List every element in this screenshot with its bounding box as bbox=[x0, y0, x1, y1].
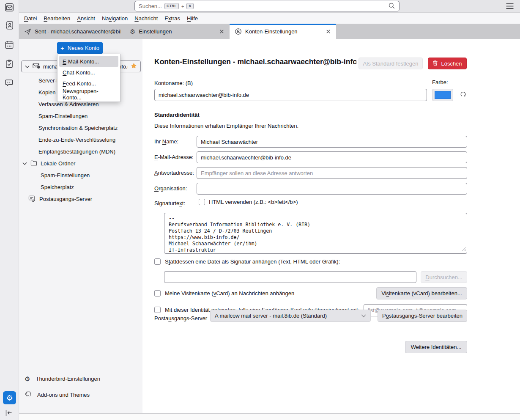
folder-icon bbox=[30, 160, 37, 167]
tab-label: Sent - michael.schaarwaechter@bib-inf bbox=[35, 28, 120, 35]
sidebar-item-local-spam[interactable]: Spam-Einstellungen bbox=[19, 170, 142, 180]
search-placeholder: Suchen... bbox=[139, 3, 162, 9]
edit-vcard-button[interactable]: Visitenkarte (vCard) bearbeiten... bbox=[376, 287, 467, 299]
unified-toolbar: Suchen... CTRL + K bbox=[19, 0, 520, 13]
shortcut-k-badge: K bbox=[186, 3, 194, 10]
outgoing-server-label: Postausgangs-Server bbox=[154, 315, 207, 321]
signature-textarea[interactable]: -- Berufsverband Information Bibliothek … bbox=[164, 213, 467, 254]
tab-label: Einstellungen bbox=[139, 28, 214, 35]
name-input[interactable] bbox=[197, 136, 467, 148]
thunderbird-window: ⚙ Suchen... CTRL + K Datei Bearbeiten An… bbox=[0, 0, 520, 420]
send-icon bbox=[24, 28, 31, 35]
sidebar-item-empfangsbestaetigungen[interactable]: Empfangsbestätigungen (MDN) bbox=[19, 146, 142, 156]
default-account-star-icon bbox=[131, 63, 137, 70]
identity-description: Diese Informationen erhalten Empfänger I… bbox=[154, 123, 298, 129]
signature-textarea-wrap: -- Berufsverband Information Bibliothek … bbox=[164, 213, 467, 254]
color-label: Farbe: bbox=[432, 79, 448, 85]
name-label: Ihr Name: bbox=[154, 138, 178, 145]
spaces-toolbar: ⚙ bbox=[0, 0, 19, 420]
menu-ansicht[interactable]: Ansicht bbox=[74, 14, 99, 23]
reply-identity-checkbox[interactable] bbox=[154, 307, 161, 313]
delete-account-button[interactable]: Löschen bbox=[428, 58, 467, 69]
organization-input[interactable] bbox=[197, 183, 467, 195]
chevron-down-icon bbox=[361, 313, 366, 319]
resize-grip-icon[interactable] bbox=[462, 246, 466, 253]
reset-color-icon[interactable] bbox=[460, 91, 467, 99]
sidebar-item-addons-themes[interactable]: Add-ons und Themes bbox=[19, 390, 142, 400]
menu-datei[interactable]: Datei bbox=[21, 14, 40, 23]
account-settings-panel: Konten-Einstellungen - michael.schaarwae… bbox=[142, 39, 520, 413]
menu-item-feed-account[interactable]: Feed-Konto... bbox=[59, 78, 118, 89]
signature-label: Signaturtext: bbox=[154, 200, 185, 206]
account-icon bbox=[235, 28, 242, 35]
menu-item-newsgroup-account[interactable]: Newsgruppen-Konto... bbox=[59, 89, 118, 100]
shortcut-plus: + bbox=[181, 4, 184, 9]
sidebar-item-spam-einstellungen[interactable]: Spam-Einstellungen bbox=[19, 111, 142, 121]
html-signature-checkbox[interactable] bbox=[199, 199, 205, 205]
close-icon[interactable] bbox=[324, 27, 332, 35]
outgoing-server-select[interactable]: A mailcow mail server - mail.8ib.de (Sta… bbox=[210, 310, 371, 322]
browse-button[interactable]: Durchsuchen... bbox=[421, 271, 467, 283]
tab-label: Konten-Einstellungen bbox=[245, 28, 321, 35]
sidebar-item-thunderbird-einstellungen[interactable]: ⚙ Thunderbird-Einstellungen bbox=[19, 373, 142, 384]
tab-bar: Sent - michael.schaarwaechter@bib-inf ⚙ … bbox=[19, 24, 520, 39]
calendar-space-icon[interactable] bbox=[3, 39, 15, 51]
status-bar bbox=[19, 413, 520, 420]
vcard-label[interactable]: Meine Visitenkarte (vCard) an Nachrichte… bbox=[165, 290, 294, 296]
sidebar-item-postausgangs-server[interactable]: Postausgangs-Server bbox=[19, 194, 142, 204]
address-book-space-icon[interactable] bbox=[3, 19, 15, 31]
chat-space-icon[interactable] bbox=[3, 77, 15, 89]
menu-item-email-account[interactable]: E-Mail-Konto... bbox=[59, 56, 118, 67]
reply-to-label: Antwortadresse: bbox=[154, 170, 194, 176]
tasks-space-icon[interactable] bbox=[3, 58, 15, 70]
sidebar-item-lokale-ordner[interactable]: Lokale Ordner bbox=[19, 158, 142, 168]
mail-space-icon[interactable] bbox=[3, 2, 15, 14]
edit-outgoing-server-button[interactable]: Postausgangs-Server bearbeiten bbox=[378, 310, 467, 322]
menu-bearbeiten[interactable]: Bearbeiten bbox=[40, 14, 74, 23]
email-input[interactable] bbox=[197, 151, 467, 163]
tab-konten-einstellungen[interactable]: Konten-Einstellungen bbox=[230, 24, 336, 39]
menu-item-chat-account[interactable]: Chat-Konto... bbox=[59, 67, 118, 78]
settings-space-active-icon[interactable]: ⚙ bbox=[3, 391, 16, 404]
puzzle-icon bbox=[25, 390, 32, 399]
search-icon bbox=[388, 2, 395, 11]
html-signature-label[interactable]: HTML verwenden (z.B.: <b>fett</b>) bbox=[209, 199, 298, 205]
account-mail-icon bbox=[33, 63, 40, 70]
email-label: E-Mail-Adresse: bbox=[154, 154, 193, 160]
signature-file-label[interactable]: Stattdessen eine Datei als Signatur anhä… bbox=[165, 258, 340, 265]
gear-icon: ⚙ bbox=[25, 376, 30, 382]
account-name-input[interactable] bbox=[154, 89, 427, 101]
trash-icon bbox=[432, 60, 438, 67]
color-chip bbox=[435, 91, 451, 99]
signature-file-checkbox[interactable] bbox=[154, 258, 161, 265]
new-account-button[interactable]: + Neues Konto bbox=[57, 42, 103, 54]
shortcut-ctrl-badge: CTRL bbox=[164, 3, 179, 10]
sidebar-item-ende-zu-ende[interactable]: Ende-zu-Ende-Verschlüsselung bbox=[19, 135, 142, 145]
tab-sent[interactable]: Sent - michael.schaarwaechter@bib-inf bbox=[19, 24, 125, 39]
signature-file-input[interactable] bbox=[164, 271, 416, 283]
outgoing-server-icon bbox=[28, 195, 36, 203]
account-name-label: Kontoname: (B) bbox=[154, 80, 193, 86]
new-account-menu: E-Mail-Konto... Chat-Konto... Feed-Konto… bbox=[57, 54, 120, 102]
set-default-button[interactable]: Als Standard festlegen bbox=[359, 58, 423, 69]
chevron-down-icon[interactable] bbox=[22, 160, 27, 167]
menu-extras[interactable]: Extras bbox=[161, 14, 183, 23]
reply-to-input[interactable] bbox=[197, 167, 467, 179]
global-search-input[interactable]: Suchen... CTRL + K bbox=[134, 1, 400, 11]
sidebar-item-local-speicherplatz[interactable]: Speicherplatz bbox=[19, 182, 142, 192]
plus-icon: + bbox=[60, 45, 64, 51]
vcard-checkbox[interactable] bbox=[154, 290, 161, 296]
page-title: Konten-Einstellungen - michael.schaarwae… bbox=[154, 58, 356, 66]
close-icon[interactable] bbox=[218, 27, 225, 35]
menu-hilfe[interactable]: Hilfe bbox=[183, 14, 201, 23]
collapse-spaces-icon[interactable] bbox=[3, 407, 15, 418]
sidebar-item-synchronisation[interactable]: Synchronisation & Speicherplatz bbox=[19, 123, 142, 133]
app-menu-icon[interactable] bbox=[505, 1, 515, 11]
menu-navigation[interactable]: Navigation bbox=[99, 14, 131, 23]
gear-icon: ⚙ bbox=[130, 28, 135, 35]
more-identities-button[interactable]: Weitere Identitäten... bbox=[405, 341, 467, 353]
chevron-down-icon[interactable] bbox=[25, 63, 30, 70]
tab-einstellungen[interactable]: ⚙ Einstellungen bbox=[125, 24, 230, 39]
account-color-swatch[interactable] bbox=[432, 89, 453, 101]
menu-nachricht[interactable]: Nachricht bbox=[131, 14, 161, 23]
